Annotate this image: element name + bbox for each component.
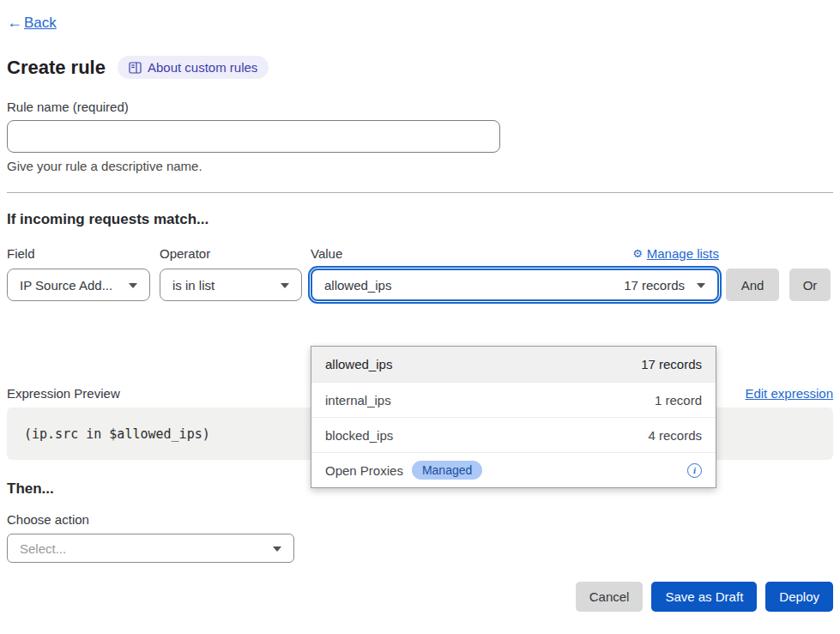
book-icon bbox=[129, 62, 142, 74]
value-label: Value bbox=[311, 246, 342, 261]
page-header: Create rule About custom rules bbox=[7, 56, 833, 79]
back-arrow-icon: ← bbox=[7, 14, 22, 32]
chevron-down-icon bbox=[273, 546, 281, 552]
page-title: Create rule bbox=[7, 57, 106, 79]
back-link-label: Back bbox=[24, 15, 57, 32]
operator-select[interactable]: is in list bbox=[160, 269, 302, 301]
value-select-value: allowed_ips bbox=[324, 278, 391, 293]
list-name: blocked_ips bbox=[325, 428, 393, 443]
list-record-count: 4 records bbox=[648, 428, 702, 443]
managed-badge: Managed bbox=[412, 461, 482, 480]
field-label: Field bbox=[7, 246, 150, 261]
and-button[interactable]: And bbox=[726, 269, 779, 301]
section-divider bbox=[7, 192, 833, 193]
value-dropdown-panel: allowed_ips 17 records internal_ips 1 re… bbox=[311, 346, 716, 488]
operator-label: Operator bbox=[160, 246, 302, 261]
choose-action-label: Choose action bbox=[7, 512, 833, 527]
list-item-allowed-ips[interactable]: allowed_ips 17 records bbox=[311, 347, 716, 382]
action-select[interactable]: Select... bbox=[7, 534, 294, 563]
list-name: allowed_ips bbox=[325, 357, 392, 371]
list-record-count: 1 record bbox=[655, 393, 702, 408]
about-custom-rules-link[interactable]: About custom rules bbox=[118, 56, 269, 79]
list-name: Open Proxies bbox=[325, 463, 403, 478]
deploy-button[interactable]: Deploy bbox=[765, 582, 833, 612]
edit-expression-link[interactable]: Edit expression bbox=[745, 386, 833, 401]
back-link[interactable]: ←Back bbox=[7, 14, 57, 32]
about-custom-rules-label: About custom rules bbox=[148, 60, 257, 75]
list-item-open-proxies[interactable]: Open Proxies Managed i bbox=[311, 452, 716, 487]
save-as-draft-button[interactable]: Save as Draft bbox=[651, 582, 757, 612]
operator-select-value: is in list bbox=[172, 278, 215, 293]
gear-icon: ⚙ bbox=[632, 247, 643, 260]
manage-lists-label: Manage lists bbox=[647, 246, 719, 261]
cancel-button[interactable]: Cancel bbox=[576, 582, 644, 612]
field-select-value: IP Source Add... bbox=[20, 278, 112, 293]
match-section-heading: If incoming requests match... bbox=[7, 211, 833, 228]
expression-code: (ip.src in $allowed_ips) bbox=[24, 426, 210, 442]
chevron-down-icon bbox=[129, 283, 137, 288]
action-select-placeholder: Select... bbox=[20, 541, 66, 556]
list-item-blocked-ips[interactable]: blocked_ips 4 records bbox=[311, 417, 716, 452]
create-rule-page: ←Back Create rule About custom rules Rul… bbox=[0, 0, 840, 634]
value-select-record-count: 17 records bbox=[624, 278, 685, 293]
expression-preview-label: Expression Preview bbox=[7, 386, 120, 401]
condition-builder: Field Operator Value ⚙ Manage lists IP S… bbox=[7, 246, 833, 301]
rule-name-label: Rule name (required) bbox=[7, 100, 833, 114]
list-record-count: 17 records bbox=[641, 357, 702, 371]
list-name: internal_ips bbox=[325, 393, 391, 408]
chevron-down-icon bbox=[697, 283, 705, 288]
or-button[interactable]: Or bbox=[789, 269, 831, 301]
rule-name-helper: Give your rule a descriptive name. bbox=[7, 159, 833, 173]
info-icon[interactable]: i bbox=[687, 463, 702, 478]
rule-name-input[interactable] bbox=[7, 120, 500, 153]
manage-lists-link[interactable]: ⚙ Manage lists bbox=[632, 246, 719, 261]
list-item-internal-ips[interactable]: internal_ips 1 record bbox=[311, 382, 716, 417]
chevron-down-icon bbox=[281, 283, 289, 288]
footer-actions: Cancel Save as Draft Deploy bbox=[7, 582, 833, 612]
field-select[interactable]: IP Source Add... bbox=[7, 269, 150, 301]
value-select[interactable]: allowed_ips 17 records bbox=[311, 269, 719, 301]
